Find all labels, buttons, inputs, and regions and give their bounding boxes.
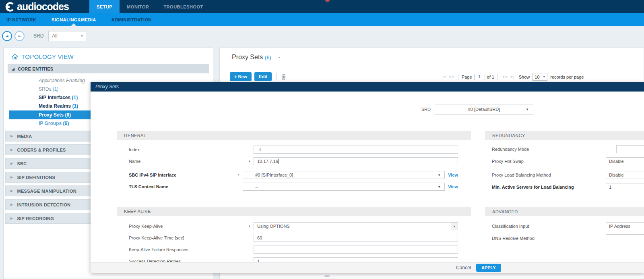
srd-label: SRD (33, 33, 43, 39)
field-row-proxy-hot-swap: Proxy Hot Swap Disable (485, 157, 644, 165)
next-page-icon[interactable]: ►► (502, 75, 508, 79)
cancel-button[interactable]: Cancel (456, 265, 471, 271)
back-icon: ◄ (5, 34, 9, 38)
view-link[interactable]: View (448, 184, 458, 189)
field-row-proxy-keep-alive: Proxy Keep-Alive • Using OPTIONS ▼ (129, 222, 458, 230)
item-label: Media Realms (39, 103, 71, 109)
app-root: audiocodes SETUP MONITOR TROUBLESHOOT IP… (0, 0, 644, 279)
item-count: (1) (53, 86, 59, 92)
section-keep-alive: KEEP ALIVE (117, 207, 471, 216)
accordion-label: CODERS & PROFILES (17, 148, 66, 152)
dialog-srd-select[interactable]: #0 [DefaultSRD] ▼ (435, 104, 533, 115)
page-title: Proxy Sets (6) (232, 54, 280, 61)
toolbar-divider (276, 73, 277, 80)
name-input[interactable]: 10.17.7.16 (254, 157, 458, 165)
expand-icon: ▶ (10, 175, 13, 179)
section-general: GENERAL (117, 131, 471, 140)
dialog-title-bar: Proxy Sets (91, 82, 644, 92)
field-label: Proxy Load Balancing Method (492, 173, 551, 177)
view-link[interactable]: View (448, 173, 458, 177)
tab-monitor[interactable]: MONITOR (120, 0, 156, 13)
field-label: Keep-Alive Failure Responses (129, 247, 249, 252)
accordion-label: SIP RECORDING (17, 216, 54, 221)
home-icon (12, 54, 18, 60)
field-label: Proxy Hot Swap (492, 159, 524, 164)
redundancy-mode-input[interactable] (616, 145, 644, 153)
tab-troubleshoot[interactable]: TROUBLESHOOT (156, 0, 210, 13)
page-label: Page (462, 75, 472, 79)
field-row-proxy-keep-alive-time: Proxy Keep-Alive Time [sec] 60 (129, 234, 458, 242)
index-input: 4 (254, 146, 458, 154)
keep-alive-failure-responses-input[interactable] (254, 246, 458, 254)
srd-filter-select[interactable]: All ▼ (48, 31, 87, 41)
srd-toolbar: ◄ ► SRD All ▼ (0, 26, 644, 46)
forward-button[interactable]: ► (14, 31, 25, 41)
edit-button[interactable]: Edit (254, 72, 272, 81)
item-count: (1) (72, 95, 78, 100)
expand-icon: ▶ (10, 189, 13, 193)
item-label: SRDs (39, 86, 51, 92)
subnav-ip-network[interactable]: IP NETWORK (3, 13, 39, 26)
last-page-icon[interactable]: ►| (510, 75, 514, 79)
input-value: 60 (257, 235, 262, 240)
select-value: Disable (609, 159, 624, 164)
first-page-icon[interactable]: |◄ (442, 75, 446, 79)
tls-context-name-select[interactable]: -- ▼ (243, 183, 445, 191)
proxy-keep-alive-time-input[interactable]: 60 (254, 234, 458, 242)
top-navbar: audiocodes SETUP MONITOR TROUBLESHOOT (0, 0, 644, 13)
proxy-keep-alive-select[interactable]: Using OPTIONS ▼ (254, 222, 458, 230)
prev-page-icon[interactable]: ◄◄ (448, 75, 454, 79)
min-active-servers-input[interactable]: 1 (606, 183, 644, 191)
group-label: CORE ENTITIES (18, 67, 53, 71)
section-redundancy: REDUNDANCY (485, 131, 644, 140)
back-button[interactable]: ◄ (2, 31, 12, 41)
group-core-entities[interactable]: ◢ CORE ENTITIES (8, 64, 209, 73)
active-pointer (71, 23, 76, 26)
proxy-load-balancing-method-select[interactable]: Disable (606, 171, 644, 179)
audiocodes-logo-icon (4, 2, 16, 12)
title-dot (279, 57, 280, 58)
field-label: Proxy Keep-Alive Time [sec] (129, 235, 249, 240)
subnav-signaling-media[interactable]: SIGNALING&MEDIA (48, 13, 99, 26)
chevron-down-icon: ▼ (543, 75, 545, 78)
status-notch (325, 0, 330, 2)
accordion-label: SBC (17, 161, 27, 166)
delete-button[interactable] (281, 73, 287, 80)
collapse-icon: ◢ (12, 67, 14, 71)
classification-input-select[interactable]: IP Address (606, 222, 644, 230)
sub-navbar: IP NETWORK SIGNALING&MEDIA ADMINISTRATIO… (0, 13, 644, 26)
field-label: SBC IPv4 SIP Interface (129, 173, 238, 177)
page-size-select[interactable]: 10 ▼ (533, 73, 547, 81)
dns-resolve-method-input[interactable] (606, 234, 644, 242)
select-value: Using OPTIONS (257, 224, 290, 229)
item-label: IP Groups (39, 121, 62, 126)
item-label: Proxy Sets (39, 112, 64, 118)
dialog-srd-label: SRD (421, 107, 431, 112)
top-tabs: SETUP MONITOR TROUBLESHOOT (89, 0, 211, 13)
subnav-administration[interactable]: ADMINISTRATION (108, 13, 155, 26)
field-label: Min. Active Servers for Load Balancing (492, 185, 574, 189)
accordion-label: INTRUSION DETECTION (17, 202, 70, 207)
topology-view-label: TOPOLOGY VIEW (21, 53, 74, 60)
tab-setup[interactable]: SETUP (89, 0, 120, 13)
select-value: Disable (609, 173, 624, 177)
new-button[interactable]: + New (230, 72, 252, 81)
index-value: 4 (259, 147, 261, 152)
sbc-ipv4-sip-interface-select[interactable]: #0 [SIPInterface_0] ▼ (243, 171, 445, 179)
field-label: Name (129, 159, 249, 164)
select-value: #0 [SIPInterface_0] (255, 173, 293, 177)
topology-view-title[interactable]: TOPOLOGY VIEW (12, 53, 213, 60)
table-toolbar: + New Edit (230, 72, 287, 81)
field-row-redundancy-mode: Redundancy Mode (485, 145, 644, 153)
field-row-keep-alive-failure-responses: Keep-Alive Failure Responses (129, 246, 458, 254)
audiocodes-logo[interactable]: audiocodes (4, 1, 89, 12)
field-row-sbc-ipv4-sip-interface: SBC IPv4 SIP Interface • #0 [SIPInterfac… (129, 171, 458, 179)
trash-icon (281, 73, 287, 80)
page-number-input[interactable] (474, 74, 485, 80)
show-label: Show (519, 75, 530, 79)
proxy-hot-swap-select[interactable]: Disable (606, 157, 644, 165)
item-count: (6) (65, 112, 71, 118)
input-value: 1 (609, 185, 611, 189)
apply-button[interactable]: APPLY (476, 264, 501, 272)
dialog-srd-value: #0 [DefaultSRD] (468, 107, 500, 112)
